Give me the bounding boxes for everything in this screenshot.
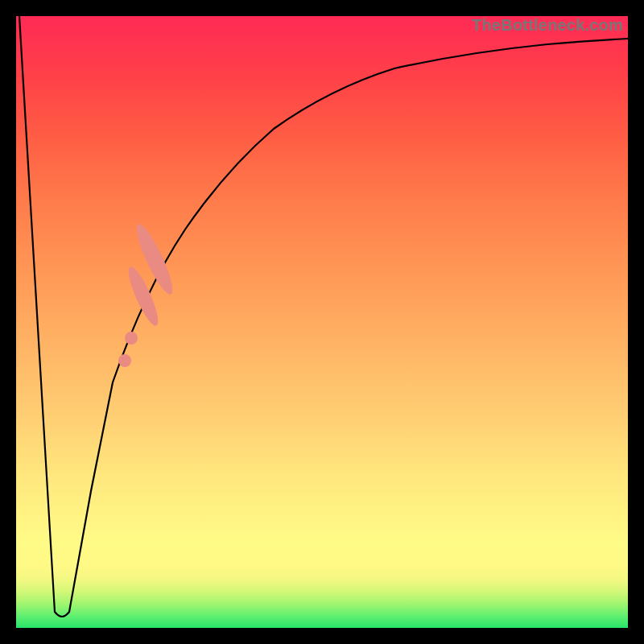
chart-svg xyxy=(16,16,628,628)
plot-area: TheBottleneck.com xyxy=(16,16,628,628)
bottleneck-curve xyxy=(19,16,628,617)
marker-dot-1 xyxy=(125,332,138,345)
chart-frame: TheBottleneck.com xyxy=(0,0,644,644)
marker-dot-2 xyxy=(118,354,131,367)
